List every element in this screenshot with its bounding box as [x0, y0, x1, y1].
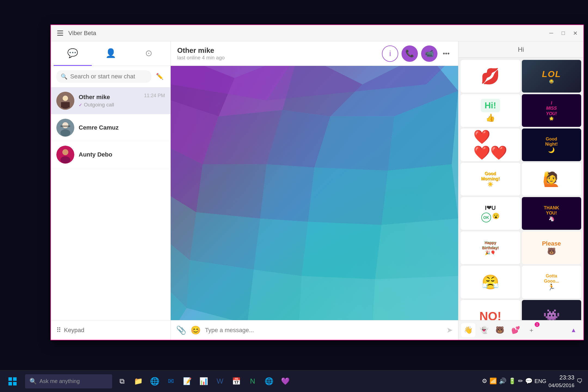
app-window: Viber Beta ─ □ ✕ 💬 👤	[50, 24, 584, 340]
call-button[interactable]: 📞	[402, 45, 418, 62]
sticker-add-button[interactable]: ＋ 1	[524, 323, 538, 337]
avatar-other-mike	[56, 92, 74, 110]
hamburger-icon	[57, 30, 63, 36]
clock-time: 23:33	[549, 373, 574, 382]
sticker-hearts[interactable]: ❤️❤️❤️	[461, 128, 520, 161]
taskbar-search[interactable]: 🔍 Ask me anything	[25, 374, 112, 388]
sticker-no[interactable]: NO!	[461, 300, 520, 320]
taskbar-icon-mail[interactable]: ✉	[164, 374, 178, 388]
chat-contact-name: Other mike	[177, 46, 378, 55]
svg-point-1	[63, 96, 68, 101]
taskbar-tray: ⚙ 📶 🔊 🔋 ✏ 💬 ENG 23:33 04/05/2016 🗨	[476, 373, 588, 389]
search-input[interactable]	[70, 73, 147, 80]
minimize-button[interactable]: ─	[547, 29, 555, 37]
svg-point-9	[62, 149, 68, 155]
tray-battery-icon[interactable]: 🔋	[509, 378, 516, 385]
sticker-birthday[interactable]: HappyBirthday! 🎉🎈	[461, 231, 520, 264]
sticker-tab-love[interactable]: 💕	[509, 323, 523, 337]
desktop: Viber Beta ─ □ ✕ 💬 👤	[0, 0, 588, 392]
chat-time-other-mike: 11:24 PM	[144, 93, 165, 99]
chat-item-other-mike[interactable]: Other mike ✓ Outgoing call 11:24 PM	[51, 87, 170, 114]
message-input[interactable]	[205, 327, 442, 334]
sticker-creature[interactable]: 👾	[522, 300, 581, 320]
svg-rect-39	[13, 377, 17, 381]
avatar-aunty	[56, 146, 74, 164]
attach-button[interactable]: 📎	[176, 325, 186, 335]
tray-action-center[interactable]: 🗨	[577, 378, 583, 385]
add-badge: 1	[535, 322, 540, 327]
sticker-scroll-up[interactable]: ▲	[566, 323, 581, 337]
taskbar-icon-powerpoint[interactable]: 📊	[197, 374, 211, 388]
info-button[interactable]: i	[382, 45, 398, 62]
tray-wifi-icon[interactable]: 📶	[489, 378, 497, 385]
sticker-angry[interactable]: 😤	[461, 266, 520, 298]
sticker-waving[interactable]: 🙋	[522, 163, 581, 195]
svg-marker-34	[372, 276, 458, 320]
chat-name-aunty: Aunty Debo	[79, 151, 165, 158]
taskbar-icon-explorer[interactable]: 📁	[131, 374, 145, 388]
sticker-please[interactable]: Please 🐻	[522, 231, 581, 264]
close-button[interactable]: ✕	[571, 29, 579, 37]
tray-language[interactable]: ENG	[535, 378, 546, 384]
sticker-tab-ghost[interactable]: 👻	[477, 323, 491, 337]
taskbar-icon-chrome[interactable]: 🌐	[262, 374, 276, 388]
taskbar-icon-calendar[interactable]: 📅	[229, 374, 243, 388]
nav-chats[interactable]: 💬	[54, 41, 92, 66]
chat-header-info: Other mike last online 4 min ago	[177, 46, 378, 61]
search-icon: 🔍	[61, 73, 68, 80]
svg-rect-6	[60, 125, 70, 127]
sticker-lips[interactable]: 💋	[461, 60, 520, 93]
hamburger-menu[interactable]	[55, 28, 65, 38]
sticker-panel-title: Hi	[458, 41, 583, 58]
send-button[interactable]: ➤	[446, 326, 453, 335]
sticker-gotta-go[interactable]: GottaGooo... 🏃	[522, 266, 581, 298]
svg-marker-32	[247, 270, 302, 320]
sticker-panel-footer: 👋 👻 🐻 💕 ＋ 1 ▲	[458, 320, 583, 340]
check-icon: ✓	[79, 102, 82, 108]
tray-pen-icon[interactable]: ✏	[518, 378, 523, 385]
tray-settings-icon[interactable]: ⚙	[482, 378, 487, 385]
more-options-button[interactable]: •••	[441, 48, 452, 59]
svg-point-10	[60, 156, 70, 163]
chat-item-aunty[interactable]: Aunty Debo	[51, 141, 170, 168]
sticker-lol[interactable]: LOL 😂	[522, 60, 581, 93]
sticker-i-love-u[interactable]: I❤U OK 😮	[461, 197, 520, 230]
sticker-hi[interactable]: Hi! 👍	[461, 94, 520, 127]
chat-contact-status: last online 4 min ago	[177, 55, 378, 61]
window-controls: ─ □ ✕	[547, 29, 579, 37]
video-button[interactable]: 📹	[421, 45, 437, 62]
taskbar-icons: ⧉ 📁 🌐 ✉ 📝 📊 W 📅 N 🌐 💜	[112, 374, 476, 388]
sticker-good-morning[interactable]: GoodMorning! ☀️	[461, 163, 520, 195]
compose-button[interactable]: ✏️	[154, 71, 165, 82]
nav-explore[interactable]: ⊙	[130, 41, 168, 66]
sticker-thank-you[interactable]: THANKYOU! 🦄	[522, 197, 581, 230]
chat-item-cemre[interactable]: Cemre Camuz	[51, 114, 170, 141]
taskbar-icon-onenote[interactable]: 📝	[180, 374, 194, 388]
search-input-wrap[interactable]: 🔍	[56, 70, 151, 83]
chat-header: Other mike last online 4 min ago i 📞 📹 •…	[171, 41, 458, 66]
taskbar-search-text: Ask me anything	[39, 378, 80, 384]
tray-volume-icon[interactable]: 🔊	[499, 378, 506, 385]
svg-marker-26	[190, 212, 260, 270]
chat-preview-other-mike: ✓ Outgoing call	[79, 102, 140, 108]
windows-button[interactable]	[5, 374, 20, 388]
sticker-tab-hi[interactable]: 👋	[461, 323, 475, 337]
sticker-tab-bear[interactable]: 🐻	[493, 323, 507, 337]
taskbar-icon-task-view[interactable]: ⧉	[115, 374, 129, 388]
nav-contacts[interactable]: 👤	[92, 41, 130, 66]
chat-area: Other mike last online 4 min ago i 📞 📹 •…	[171, 41, 458, 340]
svg-point-7	[60, 129, 70, 136]
svg-rect-3	[61, 102, 70, 108]
emoji-button[interactable]: 😊	[191, 325, 201, 335]
contacts-icon: 👤	[105, 48, 116, 58]
taskbar-icon-viber[interactable]: 💜	[278, 374, 292, 388]
chat-name-cemre: Cemre Camuz	[79, 124, 165, 131]
taskbar-icon-word[interactable]: W	[213, 374, 227, 388]
taskbar-icon-edge[interactable]: 🌐	[148, 374, 162, 388]
maximize-button[interactable]: □	[559, 29, 567, 37]
taskbar-icon-notepad[interactable]: N	[246, 374, 260, 388]
sticker-good-night[interactable]: GoodNight! 🌙	[522, 128, 581, 161]
tray-notifications-icon[interactable]: 💬	[525, 378, 532, 385]
sticker-miss-you[interactable]: IMISSYOU! 🌟	[522, 94, 581, 127]
chat-info-other-mike: Other mike ✓ Outgoing call	[79, 94, 140, 108]
